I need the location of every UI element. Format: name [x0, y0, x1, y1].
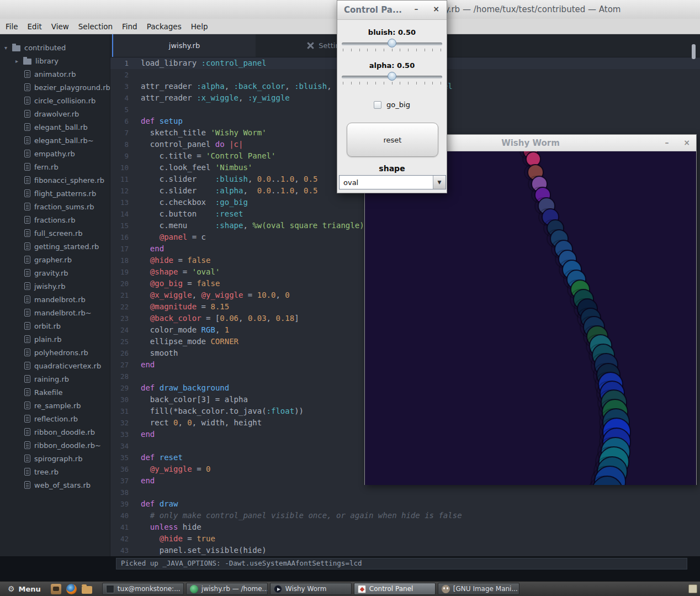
tree-item-gravity.rb[interactable]: gravity.rb — [0, 266, 110, 279]
tree-item-web_of_stars.rb[interactable]: web_of_stars.rb — [0, 478, 110, 492]
bluish-slider[interactable] — [337, 39, 447, 49]
code-line-42[interactable]: 42 @hide = true — [110, 533, 700, 545]
tree-item-label: fern.rb — [34, 163, 59, 171]
tree-item-label: re_sample.rb — [34, 402, 81, 410]
file-icon — [24, 282, 30, 290]
tree-item-drawolver.rb[interactable]: drawolver.rb — [0, 107, 110, 120]
tree-item-mandelbrot.rb~[interactable]: mandelbrot.rb~ — [0, 306, 110, 319]
tree-item-flight_patterns.rb[interactable]: flight_patterns.rb — [0, 187, 110, 200]
tree-item-jwishy.rb[interactable]: jwishy.rb — [0, 279, 110, 293]
tree-item-polyhedrons.rb[interactable]: polyhedrons.rb — [0, 346, 110, 359]
code-text: @shape = 'oval' — [141, 266, 220, 278]
line-number: 9 — [110, 150, 129, 162]
tree-item-contributed[interactable]: ▾contributed — [0, 41, 110, 54]
tree-item-ribbon_doodle.rb~[interactable]: ribbon_doodle.rb~ — [0, 439, 110, 452]
line-number: 6 — [110, 115, 129, 127]
menubar-item-file[interactable]: File — [6, 22, 18, 31]
panel-icon — [358, 585, 366, 593]
shape-dropdown[interactable]: oval ▼ — [339, 175, 446, 189]
tree-item-getting_started.rb[interactable]: getting_started.rb — [0, 240, 110, 253]
menubar-item-help[interactable]: Help — [191, 22, 208, 31]
line-number: 33 — [110, 429, 129, 440]
tree-item-fern.rb[interactable]: fern.rb — [0, 160, 110, 173]
file-icon — [24, 216, 30, 224]
tree-item-label: plain.rb — [34, 335, 61, 344]
code-line-39[interactable]: 39def draw — [110, 498, 700, 510]
file-manager-launcher-icon[interactable] — [82, 586, 92, 594]
tree-item-library[interactable]: ▸library — [0, 54, 110, 67]
tree-item-raining.rb[interactable]: raining.rb — [0, 372, 110, 386]
code-line-38[interactable]: 38 — [110, 487, 700, 498]
file-icon — [24, 349, 30, 356]
tree-item-plain.rb[interactable]: plain.rb — [0, 333, 110, 346]
taskbar-button-label: tux@monkstone:... — [118, 585, 181, 593]
close-button[interactable]: × — [430, 4, 442, 13]
menu-button[interactable]: ⚙ Menu — [3, 582, 46, 596]
tree-item-fractions.rb[interactable]: fractions.rb — [0, 213, 110, 226]
tree-item-fibonacci_sphere.rb[interactable]: fibonacci_sphere.rb — [0, 173, 110, 187]
tree-item-circle_collision.rb[interactable]: circle_collision.rb — [0, 94, 110, 107]
tree-item-label: getting_started.rb — [34, 242, 99, 251]
dropdown-button[interactable]: ▼ — [433, 176, 446, 189]
code-line-41[interactable]: 41 unless hide — [110, 521, 700, 533]
code-text: end — [141, 243, 164, 255]
firefox-launcher-icon[interactable] — [66, 584, 77, 594]
menubar-item-selection[interactable]: Selection — [78, 22, 113, 31]
tree-item-grapher.rb[interactable]: grapher.rb — [0, 253, 110, 266]
file-icon — [24, 150, 30, 157]
tree-item-empathy.rb[interactable]: empathy.rb — [0, 147, 110, 160]
line-number: 3 — [110, 81, 129, 92]
go-big-checkbox[interactable] — [374, 101, 381, 109]
file-icon — [24, 296, 30, 303]
scrollbar-thumb[interactable] — [692, 44, 696, 59]
tree-item-bezier_playground.rb[interactable]: bezier_playground.rb — [0, 81, 110, 94]
alpha-slider[interactable] — [337, 72, 447, 82]
tree-item-elegant_ball.rb~[interactable]: elegant_ball.rb~ — [0, 134, 110, 147]
dialog-titlebar[interactable]: Control Pa... – × — [337, 1, 447, 20]
code-line-40[interactable]: 40 # only make control_panel visible onc… — [110, 510, 700, 521]
tree-item-ribbon_doodle.rb[interactable]: ribbon_doodle.rb — [0, 425, 110, 439]
gimp-icon — [442, 585, 450, 593]
tree-item-animator.rb[interactable]: animator.rb — [0, 67, 110, 81]
tree-item-fraction_sums.rb[interactable]: fraction_sums.rb — [0, 200, 110, 213]
screenshot-launcher-icon[interactable] — [51, 584, 61, 594]
taskbar-button-sketch[interactable]: Wishy Worm — [270, 583, 352, 595]
menubar-item-view[interactable]: View — [51, 22, 69, 31]
slider-thumb[interactable] — [388, 72, 396, 81]
menubar-item-packages[interactable]: Packages — [147, 22, 182, 31]
tree-item-re_sample.rb[interactable]: re_sample.rb — [0, 399, 110, 412]
taskbar-button-gimp[interactable]: [GNU Image Mani... — [438, 583, 519, 595]
tree-item-quadraticvertex.rb[interactable]: quadraticvertex.rb — [0, 359, 110, 372]
tree-item-label: fractions.rb — [34, 216, 75, 224]
tree-item-reflection.rb[interactable]: reflection.rb — [0, 412, 110, 425]
sketch-canvas[interactable] — [365, 151, 696, 485]
menubar-item-edit[interactable]: Edit — [28, 22, 42, 31]
alpha-slider-label: alpha: 0.50 — [337, 61, 447, 70]
tree-item-orbit.rb[interactable]: orbit.rb — [0, 319, 110, 333]
tree-item-full_screen.rb[interactable]: full_screen.rb — [0, 226, 110, 240]
close-button[interactable]: × — [681, 138, 693, 147]
minimize-button[interactable]: – — [661, 138, 673, 147]
tree-item-elegant_ball.rb[interactable]: elegant_ball.rb — [0, 120, 110, 134]
file-icon — [24, 468, 30, 476]
taskbar-button-ruby[interactable]: jwishy.rb — /home... — [186, 583, 268, 595]
taskbar-button-terminal[interactable]: tux@monkstone:... — [102, 583, 184, 595]
tree-item-Rakefile[interactable]: Rakefile — [0, 386, 110, 399]
file-tree: ▾contributed▸libraryanimator.rbbezier_pl… — [0, 34, 110, 556]
reset-button[interactable]: reset — [347, 123, 438, 157]
file-icon — [24, 481, 30, 489]
tree-item-spirograph.rb[interactable]: spirograph.rb — [0, 452, 110, 465]
bluish-slider-label: bluish: 0.50 — [337, 28, 447, 36]
tree-item-mandelbrot.rb[interactable]: mandelbrot.rb — [0, 293, 110, 306]
code-line-43[interactable]: 43 panel.set_visible(hide) — [110, 545, 700, 556]
code-text: panel.set_visible(hide) — [141, 545, 267, 556]
taskbar-button-panel[interactable]: Control Panel — [354, 583, 436, 595]
code-text: @y_wiggle = 0 — [141, 463, 210, 475]
tree-item-tree.rb[interactable]: tree.rb — [0, 465, 110, 478]
tray-icon[interactable] — [688, 584, 697, 593]
slider-thumb[interactable] — [388, 39, 396, 48]
menubar-item-find[interactable]: Find — [122, 22, 137, 31]
code-text: c.checkbox :go_big — [141, 197, 248, 208]
minimize-button[interactable]: – — [410, 4, 422, 13]
tab-jwishy[interactable]: jwishy.rb — [112, 34, 256, 57]
